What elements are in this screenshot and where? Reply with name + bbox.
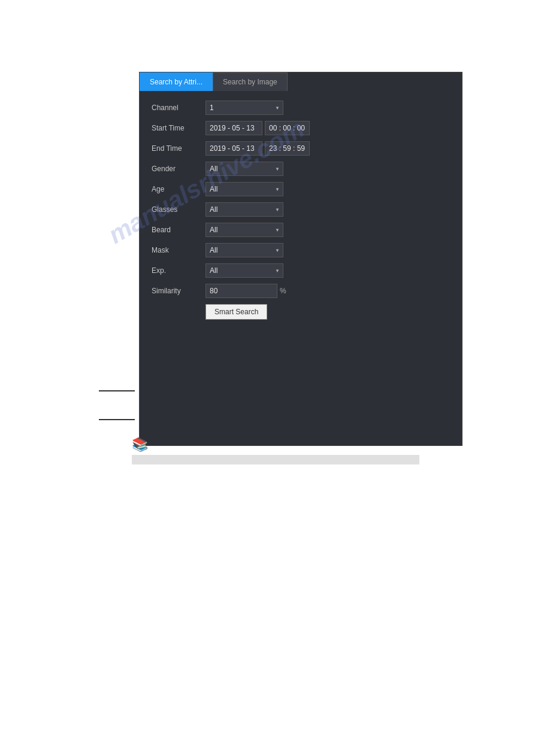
main-panel: Search by Attri... Search by Image Chann… — [139, 72, 463, 446]
start-time-wrapper — [205, 121, 310, 135]
tab-search-by-attri[interactable]: Search by Attri... — [140, 72, 213, 91]
channel-select[interactable]: 1 2 3 4 — [205, 101, 283, 115]
smart-search-button[interactable]: Smart Search — [205, 304, 267, 320]
start-time-label: Start Time — [152, 124, 205, 132]
gender-select[interactable]: All Male Female — [205, 162, 283, 176]
tab-search-by-image[interactable]: Search by Image — [213, 72, 288, 91]
beard-select[interactable]: All Yes No — [205, 223, 283, 237]
start-date-input[interactable] — [205, 121, 262, 135]
similarity-row: Similarity % — [152, 284, 450, 298]
beard-select-wrapper: All Yes No — [205, 223, 283, 237]
mask-row: Mask All Yes No — [152, 243, 450, 257]
start-time-input[interactable] — [265, 121, 310, 135]
mask-select[interactable]: All Yes No — [205, 243, 283, 257]
panel-bottom-space — [140, 338, 462, 445]
channel-select-wrapper: 1 2 3 4 — [205, 101, 283, 115]
age-select-wrapper: All Child Young Middle Old — [205, 182, 283, 196]
age-row: Age All Child Young Middle Old — [152, 182, 450, 196]
end-time-wrapper — [205, 141, 310, 156]
tabs-bar: Search by Attri... Search by Image — [140, 72, 462, 91]
glasses-row: Glasses All Yes No — [152, 202, 450, 217]
end-time-label: End Time — [152, 144, 205, 153]
mask-select-wrapper: All Yes No — [205, 243, 283, 257]
end-time-input[interactable] — [265, 141, 310, 156]
form-area: Channel 1 2 3 4 Start Time — [140, 91, 462, 338]
book-section: 📚 — [132, 437, 148, 453]
glasses-select[interactable]: All Yes No — [205, 202, 283, 217]
book-icon: 📚 — [132, 437, 148, 453]
mask-label: Mask — [152, 246, 205, 254]
channel-row: Channel 1 2 3 4 — [152, 101, 450, 115]
exp-select[interactable]: All Happy Neutral Sad — [205, 263, 283, 278]
glasses-label: Glasses — [152, 205, 205, 214]
exp-row: Exp. All Happy Neutral Sad — [152, 263, 450, 278]
smart-search-row: Smart Search — [152, 304, 450, 320]
divider-line-1 — [99, 390, 135, 391]
book-bar — [132, 455, 419, 464]
exp-label: Exp. — [152, 266, 205, 275]
divider-line-2 — [99, 419, 135, 420]
channel-label: Channel — [152, 104, 205, 112]
end-time-row: End Time — [152, 141, 450, 156]
gender-select-wrapper: All Male Female — [205, 162, 283, 176]
age-select[interactable]: All Child Young Middle Old — [205, 182, 283, 196]
page-wrapper: Search by Attri... Search by Image Chann… — [0, 0, 535, 756]
exp-select-wrapper: All Happy Neutral Sad — [205, 263, 283, 278]
beard-label: Beard — [152, 226, 205, 234]
similarity-label: Similarity — [152, 287, 205, 295]
similarity-wrapper: % — [205, 284, 286, 298]
age-label: Age — [152, 185, 205, 193]
end-date-input[interactable] — [205, 141, 262, 156]
start-time-row: Start Time — [152, 121, 450, 135]
gender-label: Gender — [152, 165, 205, 173]
percent-sign: % — [280, 287, 286, 295]
beard-row: Beard All Yes No — [152, 223, 450, 237]
glasses-select-wrapper: All Yes No — [205, 202, 283, 217]
gender-row: Gender All Male Female — [152, 162, 450, 176]
similarity-input[interactable] — [205, 284, 277, 298]
